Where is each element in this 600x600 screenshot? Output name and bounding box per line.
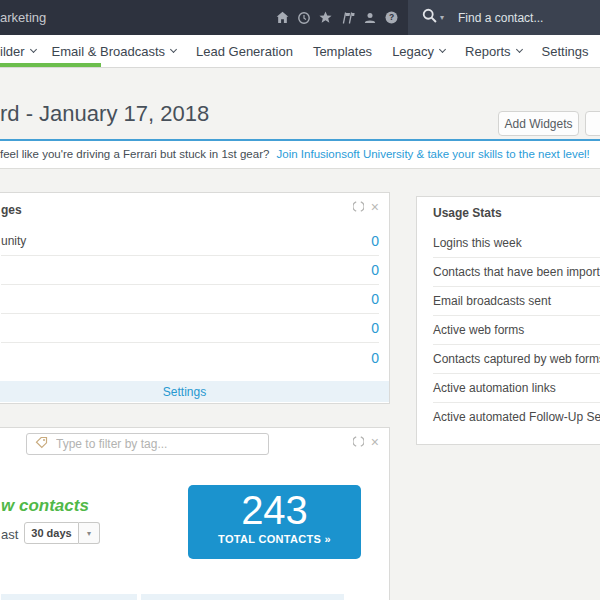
stats-row: 0: [1, 314, 379, 343]
nav-item-reports[interactable]: Reports: [465, 44, 522, 59]
banner-university-link[interactable]: Join Infusionsoft University & take your…: [277, 148, 590, 160]
new-contacts-headline: w contacts: [1, 496, 89, 516]
brand-label: arketing: [0, 0, 46, 35]
widget-controls: ×: [353, 198, 379, 216]
usage-row-active-web-forms: Active web forms: [433, 315, 600, 344]
stats-widget-title: ges: [1, 193, 379, 227]
main-nav: ilder Email & Broadcasts Lead Generation…: [0, 35, 600, 68]
stats-row: 0: [1, 285, 379, 314]
widget-controls: ×: [353, 433, 379, 451]
close-icon[interactable]: ×: [371, 437, 379, 448]
tag-icon: [35, 435, 48, 453]
usage-row-contacts-imported: Contacts that have been imported: [433, 257, 600, 286]
active-tab-underline: [0, 63, 101, 67]
flags-icon[interactable]: [341, 12, 355, 24]
chevron-down-icon: [439, 46, 446, 53]
nav-item-lead-generation[interactable]: Lead Generation: [196, 44, 293, 59]
refresh-icon[interactable]: [353, 433, 364, 451]
svg-text:?: ?: [389, 12, 394, 22]
stats-widget-footer: Settings: [0, 381, 389, 402]
usage-stats-widget: Usage Stats Logins this week Contacts th…: [416, 196, 600, 445]
search-type-caret-icon[interactable]: ▾: [440, 13, 444, 22]
usage-row-followup-sequences: Active automated Follow-Up Sequen: [433, 402, 600, 431]
total-contacts-label: TOTAL CONTACTS »: [188, 533, 361, 545]
nav-item-settings[interactable]: Settings: [542, 44, 589, 59]
home-icon[interactable]: [276, 11, 289, 24]
secondary-header-button-cutoff[interactable]: [585, 111, 600, 136]
stats-row: 0: [1, 256, 379, 285]
total-contacts-value: 243: [188, 488, 361, 532]
usage-row-contacts-captured: Contacts captured by web forms: [433, 344, 600, 373]
find-contact-input[interactable]: [458, 11, 573, 25]
banner-message: feel like you're driving a Ferrari but s…: [0, 148, 269, 160]
tag-filter-input[interactable]: [56, 437, 236, 451]
user-icon[interactable]: [364, 12, 376, 24]
chevron-down-icon: [170, 46, 177, 53]
stats-row-value[interactable]: 0: [371, 291, 379, 307]
usage-row-logins: Logins this week: [433, 228, 600, 257]
star-icon[interactable]: [319, 11, 332, 24]
stats-widget: × ges unity 0 0 0 0 0 Settings: [0, 192, 390, 404]
topbar-icon-group: ?: [276, 0, 398, 35]
contacts-widget: × ts w contacts ast 30 days ▾ 243 TOTAL …: [0, 427, 390, 600]
nav-item-builder[interactable]: ilder: [0, 44, 36, 59]
stats-row: unity 0: [1, 227, 379, 256]
contacts-widget-footer-cell[interactable]: [1, 594, 137, 600]
range-select[interactable]: 30 days ▾: [24, 522, 100, 544]
chevron-down-icon: [30, 46, 37, 53]
usage-row-email-broadcasts: Email broadcasts sent: [433, 286, 600, 315]
stats-row-label: unity: [1, 234, 26, 248]
nav-item-templates[interactable]: Templates: [313, 44, 372, 59]
range-prefix-label: ast: [1, 527, 18, 542]
refresh-icon[interactable]: [353, 198, 364, 216]
stats-row-value[interactable]: 0: [371, 350, 379, 366]
top-navbar: arketing ? ▾: [0, 0, 600, 35]
help-icon[interactable]: ?: [385, 11, 398, 24]
caret-down-icon[interactable]: ▾: [79, 522, 100, 544]
nav-item-email-broadcasts[interactable]: Email & Broadcasts: [52, 44, 176, 59]
clock-icon[interactable]: [298, 12, 310, 24]
stats-row-value[interactable]: 0: [371, 262, 379, 278]
usage-stats-title: Usage Stats: [433, 197, 600, 228]
contact-search-bar: ▾: [408, 0, 600, 35]
range-value[interactable]: 30 days: [24, 522, 79, 544]
stats-row: 0: [1, 343, 379, 372]
tag-filter-box: [26, 433, 269, 455]
add-widgets-button[interactable]: Add Widgets: [498, 111, 579, 136]
stats-row-value[interactable]: 0: [371, 233, 379, 249]
close-icon[interactable]: ×: [371, 202, 379, 213]
total-contacts-cta[interactable]: 243 TOTAL CONTACTS »: [188, 485, 361, 559]
page-title: rd - January 17, 2018: [0, 101, 209, 127]
app-viewport: arketing ? ▾ ilder Email & Broadcasts Le…: [0, 0, 600, 600]
nav-item-legacy[interactable]: Legacy: [392, 44, 445, 59]
usage-row-automation-links: Active automation links: [433, 373, 600, 402]
stats-settings-link[interactable]: Settings: [163, 385, 206, 399]
contacts-widget-footer-cell[interactable]: [141, 594, 344, 600]
stats-row-value[interactable]: 0: [371, 320, 379, 336]
chevron-down-icon: [516, 46, 523, 53]
promo-banner: feel like you're driving a Ferrari but s…: [0, 139, 600, 169]
search-icon[interactable]: [422, 8, 437, 27]
